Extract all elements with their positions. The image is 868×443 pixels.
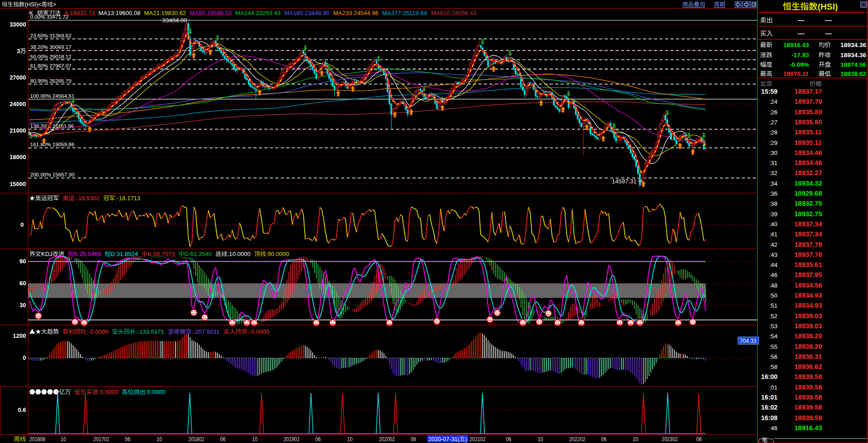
svg-text::29: :29 (769, 139, 777, 146)
svg-text:0.6: 0.6 (18, 406, 26, 413)
svg-text:10: 10 (347, 436, 353, 443)
svg-text:18937.70: 18937.70 (794, 98, 822, 105)
svg-text:18934.56: 18934.56 (794, 282, 822, 289)
svg-text:18939.03: 18939.03 (794, 312, 822, 320)
svg-text:15000: 15000 (10, 181, 26, 187)
svg-text:A:19432.73: A:19432.73 (64, 10, 95, 16)
svg-text:0: 0 (21, 221, 24, 228)
svg-text:161.80% 19059.86: 161.80% 19059.86 (30, 142, 75, 147)
svg-text:16:02: 16:02 (761, 404, 777, 411)
svg-text:18000: 18000 (10, 154, 26, 160)
svg-text:>: > (53, 1, 56, 8)
svg-text::-207.5011: :-207.5011 (192, 328, 220, 335)
svg-text::58: :58 (769, 363, 777, 370)
svg-text:18935.80: 18935.80 (794, 118, 822, 126)
svg-text:18939.20: 18939.20 (794, 332, 822, 340)
svg-text:138.20% 21161.96: 138.20% 21161.96 (30, 123, 74, 129)
svg-text:MA610:24056.43: MA610:24056.43 (431, 10, 477, 16)
svg-text:18934.93: 18934.93 (794, 302, 822, 309)
svg-text::56: :56 (769, 353, 777, 360)
svg-text:18932.75: 18932.75 (794, 210, 822, 218)
svg-text::-0.0000: :-0.0000 (86, 328, 108, 335)
svg-text:MA165:23448.90: MA165:23448.90 (284, 10, 330, 16)
svg-text:61.80% 27967.07: 61.80% 27967.07 (30, 63, 71, 69)
svg-text:202202: 202202 (569, 436, 585, 443)
svg-text:MA21:19830.62: MA21:19830.62 (144, 10, 186, 16)
svg-text::46: :46 (769, 272, 777, 278)
svg-text:23.60% 31369.62: 23.60% 31369.62 (30, 33, 71, 38)
svg-text:18934.93: 18934.93 (794, 292, 822, 299)
svg-text::01: :01 (769, 384, 777, 391)
svg-text::-18.5302: :-18.5302 (75, 195, 100, 202)
svg-text::55: :55 (769, 343, 777, 350)
svg-text::-133.5171: :-133.5171 (136, 328, 164, 335)
svg-text:18934.46: 18934.46 (794, 159, 822, 166)
svg-text:(HSI): (HSI) (818, 2, 838, 11)
svg-text:MA233:24544.96: MA233:24544.96 (333, 10, 379, 16)
svg-text:201902: 201902 (284, 436, 300, 443)
svg-text:201802: 201802 (188, 436, 204, 443)
svg-text::43: :43 (769, 251, 777, 258)
svg-text:06: 06 (601, 436, 606, 443)
svg-text:201606: 201606 (29, 436, 45, 443)
svg-text:18934.46: 18934.46 (794, 149, 822, 156)
svg-text::10.0000: :10.0000 (227, 251, 251, 257)
svg-text:18874.56: 18874.56 (841, 61, 867, 68)
svg-text:18937.34: 18937.34 (794, 220, 822, 228)
svg-text:704.33: 704.33 (740, 338, 757, 344)
svg-text:16:00: 16:00 (761, 373, 777, 380)
svg-text:10: 10 (633, 436, 638, 443)
svg-text:2020-07-31(: 2020-07-31( (429, 436, 460, 443)
svg-text:18838.62: 18838.62 (841, 70, 866, 77)
svg-text:---: --- (798, 16, 804, 24)
svg-text:30: 30 (20, 302, 26, 309)
svg-text::41: :41 (769, 231, 777, 238)
svg-text:18929.68: 18929.68 (794, 190, 822, 197)
svg-text:18939.20: 18939.20 (794, 343, 822, 350)
svg-text::27: :27 (769, 119, 777, 126)
svg-text::-0.0000: :-0.0000 (247, 328, 269, 335)
svg-text:15:59: 15:59 (761, 88, 777, 95)
svg-text::44: :44 (769, 262, 777, 268)
svg-text:18939.58: 18939.58 (794, 394, 822, 401)
svg-text:100.00% 24564.51: 100.00% 24564.51 (30, 93, 75, 99)
svg-text::30: :30 (769, 149, 777, 156)
svg-text::26: :26 (769, 109, 777, 116)
svg-text::34: :34 (769, 180, 777, 187)
svg-text:-17.93: -17.93 (792, 52, 809, 59)
svg-text:90: 90 (20, 258, 26, 265)
svg-text::52: :52 (769, 313, 777, 320)
svg-text:18935.80: 18935.80 (794, 108, 822, 116)
svg-text:18934.36: 18934.36 (841, 52, 867, 59)
svg-text:---: --- (798, 29, 804, 37)
svg-text:18935.11: 18935.11 (794, 139, 822, 146)
svg-text:(HSI)<: (HSI)< (25, 1, 41, 8)
svg-text:10: 10 (538, 436, 543, 443)
svg-text:MA55:19598.53: MA55:19598.53 (190, 10, 232, 16)
svg-text::39: :39 (769, 211, 777, 218)
svg-text::48: :48 (769, 282, 777, 289)
svg-text::54: :54 (769, 333, 777, 340)
svg-text::90.0000: :90.0000 (266, 251, 289, 257)
svg-text:D:31.8924: D:31.8924 (111, 251, 138, 257)
svg-text:18939.58: 18939.58 (794, 384, 822, 391)
svg-text:18936.31: 18936.31 (794, 353, 822, 360)
svg-text::46: :46 (769, 425, 777, 432)
svg-text:MA144:23293.43: MA144:23293.43 (236, 10, 281, 16)
svg-text:18937.78: 18937.78 (794, 241, 822, 248)
svg-text:06: 06 (220, 436, 225, 443)
svg-text:19070.11: 19070.11 (783, 70, 809, 77)
svg-text:06: 06 (697, 436, 702, 443)
svg-text:1200: 1200 (13, 332, 26, 339)
svg-text:0: 0 (23, 354, 26, 361)
svg-text:24000: 24000 (10, 101, 26, 107)
svg-text:80.90% 26265.79: 80.90% 26265.79 (30, 78, 71, 84)
svg-text::24: :24 (769, 98, 777, 105)
svg-text::31: :31 (769, 160, 777, 166)
svg-text:06: 06 (506, 436, 511, 443)
svg-text:---: --- (825, 29, 832, 37)
svg-text:202002: 202002 (379, 436, 395, 443)
svg-text:3: 3 (17, 48, 20, 54)
svg-text:-0.09%: -0.09% (789, 61, 809, 68)
svg-text:K:25.5469: K:25.5469 (74, 251, 101, 257)
